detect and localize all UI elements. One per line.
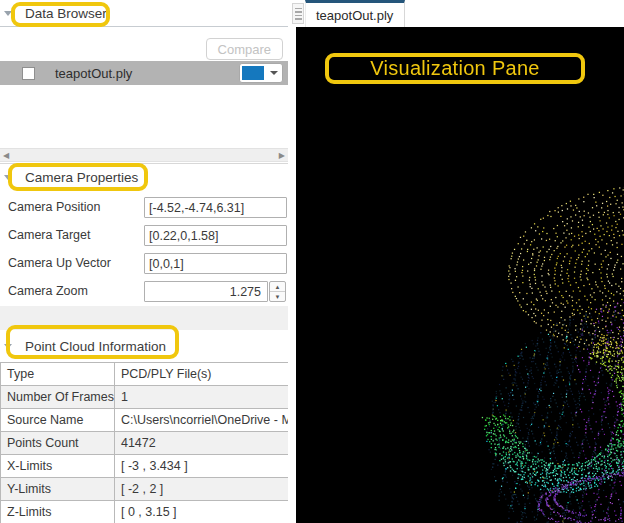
camera-position-field: Camera Position [0, 197, 288, 218]
point-cloud-info-header: Point Cloud Information [0, 330, 288, 362]
camera-up-vector-label: Camera Up Vector [8, 256, 111, 270]
compare-button[interactable]: Compare [206, 38, 283, 60]
row-value: [ 0 , 3.15 ] [114, 501, 299, 523]
lidar-viewer-app: Data Browser Compare teapotOut.ply ◀ ▶ C… [0, 0, 624, 523]
file-visibility-checkbox[interactable] [22, 67, 35, 80]
row-value: 41472 [114, 432, 299, 455]
row-label: Z-Limits [1, 501, 115, 523]
camera-properties-title: Camera Properties [25, 170, 138, 185]
collapse-arrow-icon[interactable] [4, 11, 12, 16]
data-browser-panel: Data Browser Compare teapotOut.ply ◀ ▶ C… [0, 0, 288, 523]
camera-zoom-label: Camera Zoom [8, 284, 88, 298]
scroll-right-icon[interactable]: ▶ [279, 150, 285, 162]
camera-up-vector-field: Camera Up Vector [0, 253, 288, 274]
stepper-down-icon[interactable]: ▼ [270, 292, 285, 302]
color-swatch [242, 66, 264, 80]
table-row: Points Count 41472 [1, 432, 300, 455]
row-value: 1 [114, 386, 299, 409]
row-label: Number Of Frames [1, 386, 115, 409]
table-row: Y-Limits [ -2 , 2 ] [1, 478, 300, 501]
table-row: Z-Limits [ 0 , 3.15 ] [1, 501, 300, 523]
camera-target-input[interactable] [144, 225, 287, 246]
camera-target-label: Camera Target [8, 228, 90, 242]
camera-zoom-stepper: ▲ ▼ [269, 281, 286, 302]
collapse-arrow-icon[interactable] [4, 344, 12, 349]
collapse-arrow-icon[interactable] [4, 175, 12, 180]
row-label: Y-Limits [1, 478, 115, 501]
point-cloud-viewport[interactable] [296, 27, 624, 523]
section-divider [0, 306, 288, 330]
data-browser-header: Data Browser [0, 0, 288, 27]
stepper-up-icon[interactable]: ▲ [270, 282, 285, 292]
table-row: Number Of Frames 1 [1, 386, 300, 409]
row-value: PCD/PLY File(s) [114, 363, 299, 386]
row-label: Source Name [1, 409, 115, 432]
camera-up-vector-input[interactable] [144, 253, 287, 274]
tab-teapotout-ply[interactable]: teapotOut.ply [305, 0, 405, 27]
row-label: Type [1, 363, 115, 386]
row-value: [ -3 , 3.434 ] [114, 455, 299, 478]
point-cloud-info-title: Point Cloud Information [25, 339, 166, 354]
visualization-pane: teapotOut.ply [288, 0, 624, 523]
chevron-down-icon [270, 71, 278, 75]
color-picker-dropdown[interactable] [239, 63, 283, 83]
row-label: Points Count [1, 432, 115, 455]
panel-grip-icon[interactable] [292, 3, 304, 24]
camera-properties-header: Camera Properties [0, 163, 288, 191]
point-cloud-info-table: Type PCD/PLY File(s) Number Of Frames 1 … [0, 362, 300, 523]
scroll-left-icon[interactable]: ◀ [3, 150, 9, 162]
table-row: Type PCD/PLY File(s) [1, 363, 300, 386]
row-label: X-Limits [1, 455, 115, 478]
file-name-label: teapotOut.ply [55, 66, 132, 81]
table-row: Source Name C:\Users\ncorriel\OneDrive -… [1, 409, 300, 432]
file-list-item[interactable]: teapotOut.ply [0, 61, 288, 85]
table-row: X-Limits [ -3 , 3.434 ] [1, 455, 300, 478]
camera-position-input[interactable] [144, 197, 287, 218]
row-value: C:\Users\ncorriel\OneDrive - Ma [114, 409, 299, 432]
tab-bar: teapotOut.ply [288, 0, 624, 27]
horizontal-scrollbar[interactable]: ◀ ▶ [0, 148, 288, 162]
camera-zoom-input[interactable] [144, 281, 268, 302]
data-browser-title: Data Browser [25, 6, 107, 21]
camera-target-field: Camera Target [0, 225, 288, 246]
camera-position-label: Camera Position [8, 200, 100, 214]
row-value: [ -2 , 2 ] [114, 478, 299, 501]
point-cloud-canvas[interactable] [296, 27, 624, 523]
camera-zoom-field: Camera Zoom ▲ ▼ [0, 281, 288, 302]
